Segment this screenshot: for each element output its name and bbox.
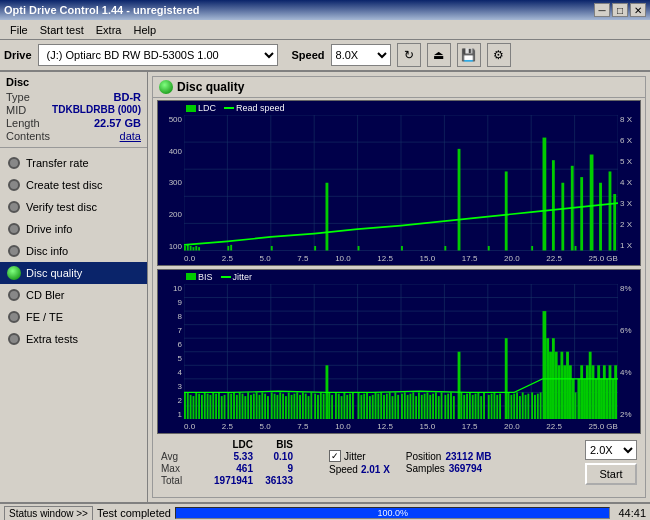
svg-rect-188 <box>543 311 547 419</box>
ldc-chart: LDC Read speed 500 400 300 200 100 <box>157 100 641 266</box>
sidebar-item-transfer-rate[interactable]: Transfer rate <box>0 152 147 174</box>
y1-300: 300 <box>169 178 182 187</box>
sidebar-item-drive-info[interactable]: Drive info <box>0 218 147 240</box>
svg-rect-110 <box>308 396 310 419</box>
x1-20: 20.0 <box>504 254 520 263</box>
svg-rect-42 <box>599 183 602 251</box>
svg-rect-118 <box>331 394 333 419</box>
x2-12.5: 12.5 <box>377 422 393 431</box>
svg-rect-173 <box>496 394 498 419</box>
disc-type-value: BD-R <box>114 91 142 103</box>
svg-rect-89 <box>247 392 249 419</box>
svg-rect-37 <box>561 183 564 251</box>
svg-rect-71 <box>195 392 197 419</box>
x1-2.5: 2.5 <box>222 254 233 263</box>
svg-rect-82 <box>227 392 229 419</box>
y2-4: 4 <box>178 368 182 377</box>
svg-rect-102 <box>285 396 287 419</box>
jitter-checkbox[interactable]: ✓ <box>329 450 341 462</box>
svg-rect-128 <box>363 393 365 419</box>
svg-rect-143 <box>407 394 409 419</box>
svg-rect-23 <box>227 246 229 251</box>
x2-0: 0.0 <box>184 422 195 431</box>
transfer-rate-icon <box>6 155 22 171</box>
speed-select[interactable]: 8.0X <box>331 44 391 66</box>
sidebar-item-cd-bler[interactable]: CD Bler <box>0 284 147 306</box>
start-button[interactable]: Start <box>585 463 637 485</box>
samples-label: Samples <box>406 463 445 474</box>
svg-rect-141 <box>401 393 403 419</box>
refresh-button[interactable]: ↻ <box>397 43 421 67</box>
svg-rect-90 <box>250 394 252 419</box>
svg-rect-36 <box>552 160 555 250</box>
disc-contents-value[interactable]: data <box>120 130 141 142</box>
disc-section-title: Disc <box>6 76 141 88</box>
menu-help[interactable]: Help <box>127 22 162 38</box>
svg-rect-73 <box>201 394 203 419</box>
status-window-button[interactable]: Status window >> <box>4 506 93 521</box>
svg-rect-194 <box>560 351 563 419</box>
progress-text: 100.0% <box>176 508 610 518</box>
x2-17.5: 17.5 <box>462 422 478 431</box>
total-ldc: 1971941 <box>201 475 253 486</box>
y2-2: 2 <box>178 396 182 405</box>
svg-rect-142 <box>404 392 406 419</box>
svg-rect-19 <box>190 246 192 251</box>
jitter-label: Jitter <box>344 451 366 462</box>
svg-rect-200 <box>577 378 580 419</box>
sidebar-item-verify-test-disc[interactable]: Verify test disc <box>0 196 147 218</box>
sidebar-item-extra-tests[interactable]: Extra tests <box>0 328 147 350</box>
svg-rect-197 <box>569 365 572 419</box>
stats-empty <box>161 439 197 450</box>
svg-rect-157 <box>447 393 449 419</box>
y2-8: 8 <box>178 312 182 321</box>
sidebar-item-create-test-disc[interactable]: Create test disc <box>0 174 147 196</box>
svg-rect-172 <box>493 392 495 419</box>
menu-extra[interactable]: Extra <box>90 22 128 38</box>
transfer-rate-label: Transfer rate <box>26 157 89 169</box>
drive-select[interactable]: (J:) Optiarc BD RW BD-5300S 1.00 <box>38 44 278 66</box>
control-section: 2.0X Start <box>585 440 637 485</box>
close-button[interactable]: ✕ <box>630 3 646 17</box>
svg-rect-195 <box>563 365 566 419</box>
sidebar-item-disc-info[interactable]: Disc info <box>0 240 147 262</box>
menu-start-test[interactable]: Start test <box>34 22 90 38</box>
maximize-button[interactable]: □ <box>612 3 628 17</box>
svg-rect-202 <box>583 378 586 419</box>
svg-rect-72 <box>198 393 200 419</box>
x1-25: 25.0 GB <box>589 254 618 263</box>
svg-rect-93 <box>259 394 261 419</box>
svg-rect-199 <box>575 392 577 419</box>
fe-te-icon <box>6 309 22 325</box>
sidebar-item-disc-quality[interactable]: Disc quality <box>0 262 147 284</box>
svg-rect-35 <box>543 138 547 251</box>
svg-rect-43 <box>609 171 612 250</box>
menubar: File Start test Extra Help <box>0 20 650 40</box>
total-bis: 36133 <box>257 475 293 486</box>
jitter-legend: Jitter <box>221 272 253 282</box>
minimize-button[interactable]: ─ <box>594 3 610 17</box>
eject-button[interactable]: ⏏ <box>427 43 451 67</box>
svg-rect-22 <box>198 247 200 250</box>
disc-type-row: Type BD-R <box>6 91 141 103</box>
svg-rect-120 <box>338 393 340 419</box>
jitter-speed-section: ✓ Jitter Speed 2.01 X <box>329 450 390 475</box>
svg-rect-33 <box>505 171 508 250</box>
avg-bis: 0.10 <box>257 451 293 462</box>
svg-rect-105 <box>293 393 295 419</box>
svg-rect-113 <box>317 394 319 419</box>
end-speed-select[interactable]: 2.0X <box>585 440 637 460</box>
bis-chart-container: BIS Jitter 10 9 8 7 6 5 4 3 <box>157 269 641 435</box>
svg-rect-111 <box>310 392 312 419</box>
disc-info-icon <box>6 243 22 259</box>
save-button[interactable]: 💾 <box>457 43 481 67</box>
svg-rect-20 <box>192 247 194 250</box>
svg-rect-211 <box>609 365 612 419</box>
sidebar-item-fe-te[interactable]: FE / TE <box>0 306 147 328</box>
settings-button[interactable]: ⚙ <box>487 43 511 67</box>
yr1-1x: 1 X <box>620 241 632 250</box>
svg-rect-169 <box>483 392 485 419</box>
svg-rect-115 <box>323 393 325 419</box>
sidebar: Disc Type BD-R MID TDKBLDRBB (000) Lengt… <box>0 72 148 502</box>
menu-file[interactable]: File <box>4 22 34 38</box>
